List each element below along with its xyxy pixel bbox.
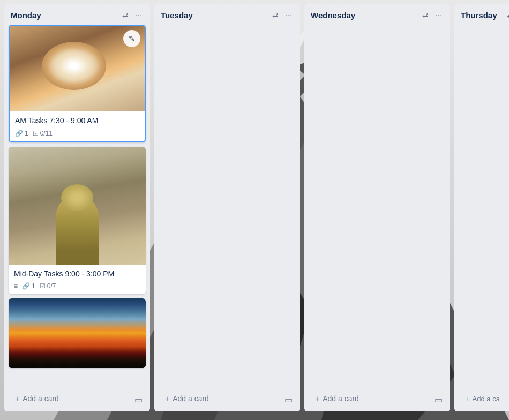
checklist-icon: ☑ xyxy=(33,130,39,137)
list-wednesday-header: Wednesday ⇄ ··· xyxy=(304,4,450,25)
card-midday-tasks-attachment: 🔗 1 xyxy=(22,282,35,290)
list-monday-add-card-button[interactable]: + Add a card xyxy=(9,390,127,407)
card-am-tasks-edit-button[interactable]: ✎ xyxy=(123,30,140,47)
list-monday-template-button[interactable]: ▭ xyxy=(129,392,148,408)
list-thursday-empty xyxy=(459,25,509,29)
list-wednesday-more-icon[interactable]: ··· xyxy=(433,10,444,20)
plus-icon-thursday: + xyxy=(465,395,469,403)
card-midday-tasks-title: Mid-Day Tasks 9:00 - 3:00 PM xyxy=(14,269,140,280)
card-sunset-image xyxy=(9,298,146,368)
card-am-tasks-attachment-count: 1 xyxy=(25,130,28,137)
add-card-label-tuesday: Add a card xyxy=(173,394,209,403)
card-midday-tasks-image xyxy=(9,147,146,265)
card-midday-tasks-meta: ≡ 🔗 1 ☑ 0/7 xyxy=(14,282,140,290)
list-monday-title: Monday xyxy=(11,11,118,20)
plus-icon-wednesday: + xyxy=(315,394,319,403)
description-icon: ≡ xyxy=(14,282,18,290)
card-midday-tasks-checklist-count: 0/7 xyxy=(47,282,56,290)
list-wednesday-title: Wednesday xyxy=(311,11,418,20)
add-card-label-thursday: Add a ca xyxy=(473,395,500,403)
list-tuesday-template-button[interactable]: ▭ xyxy=(279,392,298,408)
board-container: Monday ⇄ ··· ✎ AM Tasks 7:30 - 9:00 AM 🔗… xyxy=(0,0,509,420)
list-wednesday-template-button[interactable]: ▭ xyxy=(429,392,448,408)
list-thursday-title: Thursday xyxy=(461,11,503,20)
add-card-label-wednesday: Add a card xyxy=(323,394,359,403)
checklist-icon-2: ☑ xyxy=(40,282,46,290)
list-thursday-body xyxy=(454,25,509,388)
list-monday-body: ✎ AM Tasks 7:30 - 9:00 AM 🔗 1 ☑ 0/11 xyxy=(4,25,150,388)
card-am-tasks[interactable]: ✎ AM Tasks 7:30 - 9:00 AM 🔗 1 ☑ 0/11 xyxy=(9,25,146,142)
card-am-tasks-checklist-count: 0/11 xyxy=(40,130,53,137)
list-monday-header: Monday ⇄ ··· xyxy=(4,4,150,25)
list-thursday-header: Thursday ⇄ ··· xyxy=(454,4,509,25)
list-tuesday-move-icon[interactable]: ⇄ xyxy=(270,10,281,20)
list-tuesday-empty xyxy=(159,25,296,29)
paperclip-icon: 🔗 xyxy=(15,130,23,137)
list-wednesday: Wednesday ⇄ ··· + Add a card ▭ xyxy=(304,4,450,411)
list-wednesday-add-card-button[interactable]: + Add a card xyxy=(309,390,427,407)
paperclip-icon-2: 🔗 xyxy=(22,282,30,290)
plus-icon: + xyxy=(15,394,19,403)
list-monday: Monday ⇄ ··· ✎ AM Tasks 7:30 - 9:00 AM 🔗… xyxy=(4,4,150,411)
card-am-tasks-meta: 🔗 1 ☑ 0/11 xyxy=(15,130,139,137)
card-midday-tasks-attachment-count: 1 xyxy=(32,282,35,290)
list-tuesday-more-icon[interactable]: ··· xyxy=(283,10,294,20)
card-am-tasks-title: AM Tasks 7:30 - 9:00 AM xyxy=(15,116,139,126)
card-am-tasks-attachment: 🔗 1 xyxy=(15,130,28,137)
card-am-tasks-checklist: ☑ 0/11 xyxy=(33,130,53,137)
list-tuesday-body xyxy=(154,25,300,388)
card-midday-tasks[interactable]: Mid-Day Tasks 9:00 - 3:00 PM ≡ 🔗 1 ☑ 0/7 xyxy=(9,147,146,295)
list-monday-more-icon[interactable]: ··· xyxy=(133,10,144,20)
list-tuesday: Tuesday ⇄ ··· + Add a card ▭ xyxy=(154,4,300,411)
card-midday-tasks-content: Mid-Day Tasks 9:00 - 3:00 PM ≡ 🔗 1 ☑ 0/7 xyxy=(9,265,146,295)
list-wednesday-empty xyxy=(309,25,446,29)
plus-icon-tuesday: + xyxy=(165,394,169,403)
list-wednesday-move-icon[interactable]: ⇄ xyxy=(420,10,431,20)
list-monday-footer: + Add a card ▭ xyxy=(4,388,150,411)
list-wednesday-body xyxy=(304,25,450,388)
list-tuesday-header: Tuesday ⇄ ··· xyxy=(154,4,300,25)
list-thursday-move-icon[interactable]: ⇄ xyxy=(505,10,509,20)
card-am-tasks-content: AM Tasks 7:30 - 9:00 AM 🔗 1 ☑ 0/11 xyxy=(10,111,145,141)
card-sunset[interactable] xyxy=(9,298,146,368)
list-wednesday-footer: + Add a card ▭ xyxy=(304,388,450,411)
list-thursday-footer: + Add a ca xyxy=(454,388,509,411)
add-card-label: Add a card xyxy=(23,394,59,403)
list-thursday-add-card-button[interactable]: + Add a ca xyxy=(459,391,509,407)
list-tuesday-footer: + Add a card ▭ xyxy=(154,388,300,411)
list-monday-move-icon[interactable]: ⇄ xyxy=(120,10,131,20)
card-midday-tasks-checklist: ☑ 0/7 xyxy=(40,282,56,290)
list-thursday: Thursday ⇄ ··· + Add a ca xyxy=(454,4,509,411)
list-tuesday-add-card-button[interactable]: + Add a card xyxy=(159,390,277,407)
list-tuesday-title: Tuesday xyxy=(161,11,268,20)
card-midday-tasks-description: ≡ xyxy=(14,282,18,290)
